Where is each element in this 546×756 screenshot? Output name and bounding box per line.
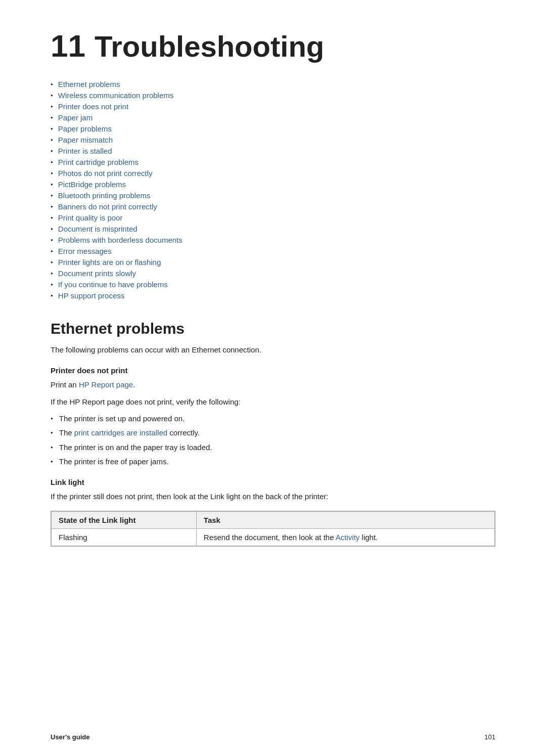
toc-item-slowly[interactable]: Document prints slowly bbox=[51, 269, 495, 278]
toc-link-cartridge[interactable]: Print cartridge problems bbox=[58, 158, 139, 166]
toc-item-wireless[interactable]: Wireless communication problems bbox=[51, 91, 495, 100]
page-footer: User's guide 101 bbox=[0, 733, 546, 741]
printer-does-not-print-heading: Printer does not print bbox=[51, 366, 495, 375]
table-row: Flashing Resend the document, then look … bbox=[52, 528, 495, 546]
table-cell-state: Flashing bbox=[52, 528, 197, 546]
toc-link-stalled[interactable]: Printer is stalled bbox=[58, 147, 112, 155]
step1-suffix: . bbox=[133, 380, 135, 389]
toc-item-lights[interactable]: Printer lights are on or flashing bbox=[51, 258, 495, 266]
toc-link-lights[interactable]: Printer lights are on or flashing bbox=[58, 258, 161, 266]
toc-link-support[interactable]: HP support process bbox=[58, 291, 124, 300]
table-header-state: State of the Link light bbox=[52, 511, 197, 528]
chapter-number: 11 bbox=[51, 30, 85, 62]
toc-item-borderless[interactable]: Problems with borderless documents bbox=[51, 236, 495, 244]
toc-link-pictbridge[interactable]: PictBridge problems bbox=[58, 180, 126, 189]
toc-link-bluetooth[interactable]: Bluetooth printing problems bbox=[58, 191, 151, 200]
toc-item-errors[interactable]: Error messages bbox=[51, 247, 495, 255]
print-cartridges-link[interactable]: print cartridges are installed bbox=[74, 428, 167, 437]
toc-item-paperproblems[interactable]: Paper problems bbox=[51, 124, 495, 133]
printer-does-not-print-subsection: Printer does not print Print an HP Repor… bbox=[51, 366, 495, 468]
toc-link-notprint[interactable]: Printer does not print bbox=[58, 102, 128, 111]
activity-link[interactable]: Activity bbox=[336, 533, 360, 542]
link-light-table: State of the Link light Task Flashing Re… bbox=[51, 511, 495, 547]
toc-link-papermismatch[interactable]: Paper mismatch bbox=[58, 136, 113, 144]
toc-item-ethernet[interactable]: Ethernet problems bbox=[51, 80, 495, 88]
chapter-title: Troubleshooting bbox=[95, 32, 324, 61]
hp-report-page-link[interactable]: HP Report page bbox=[79, 380, 133, 389]
checklist-item-2-text: The print cartridges are installed corre… bbox=[59, 427, 200, 439]
checklist-item-4-text: The printer is free of paper jams. bbox=[59, 456, 169, 468]
checklist-item-3: The printer is on and the paper tray is … bbox=[51, 442, 495, 454]
toc-link-photos[interactable]: Photos do not print correctly bbox=[58, 169, 153, 177]
task-prefix: Resend the document, then look at the bbox=[204, 533, 336, 542]
table-header-task: Task bbox=[196, 511, 494, 528]
toc-item-papermismatch[interactable]: Paper mismatch bbox=[51, 136, 495, 144]
toc-item-misprinted[interactable]: Document is misprinted bbox=[51, 225, 495, 233]
step2-text: If the HP Report page does not print, ve… bbox=[51, 396, 495, 408]
toc-item-paperjam[interactable]: Paper jam bbox=[51, 113, 495, 122]
toc-link-quality[interactable]: Print quality is poor bbox=[58, 213, 123, 222]
footer-right: 101 bbox=[484, 733, 495, 741]
checklist-item-2: The print cartridges are installed corre… bbox=[51, 427, 495, 439]
ethernet-section: Ethernet problems The following problems… bbox=[51, 320, 495, 547]
table-cell-task: Resend the document, then look at the Ac… bbox=[196, 528, 494, 546]
step1-text: Print an HP Report page. bbox=[51, 379, 495, 391]
toc-item-support[interactable]: HP support process bbox=[51, 291, 495, 300]
toc-item-quality[interactable]: Print quality is poor bbox=[51, 213, 495, 222]
toc-item-photos[interactable]: Photos do not print correctly bbox=[51, 169, 495, 177]
checklist-item-4: The printer is free of paper jams. bbox=[51, 456, 495, 468]
step1-prefix: Print an bbox=[51, 380, 79, 389]
toc-link-ethernet[interactable]: Ethernet problems bbox=[58, 80, 120, 88]
toc-item-banners[interactable]: Banners do not print correctly bbox=[51, 202, 495, 211]
toc-link-wireless[interactable]: Wireless communication problems bbox=[58, 91, 173, 100]
ethernet-intro: The following problems can occur with an… bbox=[51, 344, 495, 356]
toc-item-stalled[interactable]: Printer is stalled bbox=[51, 147, 495, 155]
link-light-subsection: Link light If the printer still does not… bbox=[51, 478, 495, 547]
toc-link-paperproblems[interactable]: Paper problems bbox=[58, 124, 112, 133]
toc-link-errors[interactable]: Error messages bbox=[58, 247, 112, 255]
toc-link-paperjam[interactable]: Paper jam bbox=[58, 113, 93, 122]
ethernet-heading: Ethernet problems bbox=[51, 320, 495, 337]
checklist: The printer is set up and powered on. Th… bbox=[51, 413, 495, 468]
toc-link-borderless[interactable]: Problems with borderless documents bbox=[58, 236, 183, 244]
toc-link-misprinted[interactable]: Document is misprinted bbox=[58, 225, 138, 233]
link-light-description: If the printer still does not print, the… bbox=[51, 491, 495, 503]
toc-item-pictbridge[interactable]: PictBridge problems bbox=[51, 180, 495, 189]
toc-link-slowly[interactable]: Document prints slowly bbox=[58, 269, 136, 278]
toc-item-continue[interactable]: If you continue to have problems bbox=[51, 280, 495, 289]
chapter-header: 11 Troubleshooting bbox=[51, 30, 495, 62]
checklist-item-3-text: The printer is on and the paper tray is … bbox=[59, 442, 212, 454]
toc-link-continue[interactable]: If you continue to have problems bbox=[58, 280, 168, 289]
toc-item-bluetooth[interactable]: Bluetooth printing problems bbox=[51, 191, 495, 200]
toc-item-cartridge[interactable]: Print cartridge problems bbox=[51, 158, 495, 166]
checklist-item-1: The printer is set up and powered on. bbox=[51, 413, 495, 425]
task-suffix: light. bbox=[359, 533, 378, 542]
toc-link-banners[interactable]: Banners do not print correctly bbox=[58, 202, 157, 211]
link-light-heading: Link light bbox=[51, 478, 495, 486]
toc-item-notprint[interactable]: Printer does not print bbox=[51, 102, 495, 111]
footer-left: User's guide bbox=[51, 733, 90, 741]
checklist-item-1-text: The printer is set up and powered on. bbox=[59, 413, 185, 425]
toc-list: Ethernet problems Wireless communication… bbox=[51, 80, 495, 300]
